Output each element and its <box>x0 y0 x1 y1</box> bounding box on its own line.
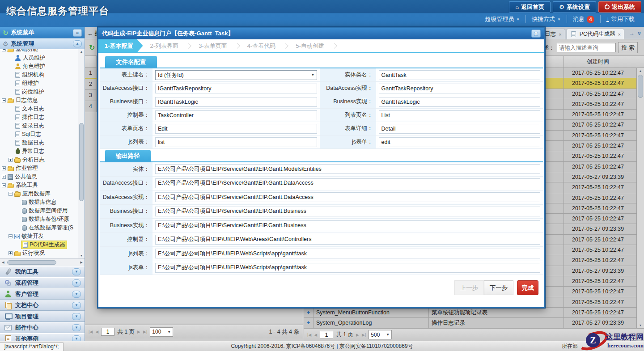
accordion-toggle-button[interactable]: ▼ <box>72 313 81 320</box>
expand-row-icon[interactable]: + <box>304 308 314 317</box>
page-number-input[interactable] <box>320 331 333 339</box>
field-input[interactable] <box>379 137 541 147</box>
close-icon[interactable]: × <box>618 32 621 37</box>
tree-item[interactable]: 角色维护 <box>0 62 78 71</box>
tables-grid-scrollbar[interactable]: ▲ ▼ <box>636 68 644 328</box>
tab-scroll-right-icon[interactable]: → <box>629 30 635 37</box>
accordion-mail[interactable]: 邮件中心▼ <box>0 322 85 333</box>
table-row[interactable]: +System_MenuButtonFunction菜单按钮功能项记录表2017… <box>304 308 636 318</box>
field-input[interactable] <box>379 97 541 107</box>
path-input[interactable] <box>155 178 540 188</box>
user-menu[interactable]: 超级管理员 ▼ <box>479 15 525 23</box>
tree-item[interactable]: 数据库空间使用 <box>0 207 78 215</box>
close-icon[interactable]: × <box>559 32 561 37</box>
dialog-close-button[interactable]: X <box>531 30 541 38</box>
tree-item[interactable]: 岗位维护 <box>0 88 78 96</box>
scroll-left-icon[interactable]: ◀ <box>0 259 6 266</box>
tree-item[interactable]: 敏捷开发 <box>0 232 78 241</box>
tree-item[interactable]: 操作日志 <box>0 113 78 122</box>
collapse-icon[interactable] <box>2 183 6 187</box>
logout-button[interactable]: 退出系统 <box>598 1 641 13</box>
refresh-icon[interactable]: ↻ <box>3 30 8 36</box>
accordion-screen[interactable]: 项目管理▼ <box>0 311 85 322</box>
tree-item[interactable]: 基础功能 <box>0 49 78 54</box>
tree-item[interactable]: Sql日志 <box>0 130 78 139</box>
table-row[interactable]: +System_OperationLog操作日志记录2017-05-27 09:… <box>304 318 636 328</box>
prev-page-icon[interactable]: ◀ <box>314 333 317 337</box>
tree-item[interactable]: 组织机构 <box>0 71 78 79</box>
path-input[interactable] <box>155 249 540 258</box>
tree-item[interactable]: PC代码生成器 <box>0 241 78 249</box>
home-button[interactable]: ⌂ 返回首页 <box>509 1 551 13</box>
tree-item[interactable]: 系统工具 <box>0 181 78 190</box>
page-size-select[interactable]: 500 ▼ <box>369 330 392 339</box>
expand-icon[interactable] <box>2 166 6 170</box>
path-input[interactable] <box>155 164 540 174</box>
field-input[interactable] <box>155 97 317 107</box>
expand-icon[interactable] <box>8 158 13 162</box>
accordion-tool[interactable]: 我的工具▼ <box>0 266 85 277</box>
scroll-up-icon[interactable]: ▲ <box>78 49 85 55</box>
scroll-down-icon[interactable]: ▼ <box>637 322 644 328</box>
collapse-icon[interactable] <box>8 234 13 238</box>
tree-item[interactable]: 组维护 <box>0 79 78 88</box>
field-input[interactable] <box>155 124 317 134</box>
previous-step-button[interactable]: 上一步 <box>454 280 484 295</box>
scroll-down-icon[interactable]: ▼ <box>78 253 85 258</box>
scroll-right-icon[interactable]: ▶ <box>78 259 85 266</box>
step-basic-config[interactable]: 1-基本配置 <box>98 39 143 52</box>
field-input[interactable] <box>379 110 541 120</box>
step-form-page[interactable]: 3-表单页面 <box>191 39 234 52</box>
shortcut-menu[interactable]: 快捷方式 ▼ <box>525 15 567 23</box>
next-step-button[interactable]: 下一步 <box>484 280 513 295</box>
path-input[interactable] <box>155 263 540 273</box>
step-list-ui[interactable]: 2-列表界面 <box>143 39 186 52</box>
accordion-user[interactable]: 客户管理▼ <box>0 288 85 300</box>
tree-item[interactable]: 分析日志 <box>0 156 78 164</box>
scrollbar-thumb[interactable] <box>79 123 84 201</box>
tree-item[interactable]: 日志信息 <box>0 96 78 105</box>
accordion-toggle-button[interactable]: ▼ <box>72 291 81 298</box>
step-view-code[interactable]: 4-查看代码 <box>240 39 283 52</box>
field-input[interactable] <box>379 124 541 134</box>
primary-key-select[interactable]: Id (任务Id)▼ <box>155 70 317 80</box>
expand-icon[interactable] <box>2 175 6 179</box>
first-page-icon[interactable]: |◀ <box>89 330 93 334</box>
expand-icon[interactable] <box>8 251 13 255</box>
collapse-icon[interactable] <box>2 49 6 51</box>
next-page-icon[interactable]: ▶ <box>356 333 359 337</box>
tree-item[interactable]: 登录日志 <box>0 122 78 130</box>
accordion-system-management[interactable]: ⚙ 系统管理 ▲ <box>0 38 85 49</box>
tree-item[interactable]: 人员维护 <box>0 54 78 62</box>
tree-item[interactable]: 数据日志 <box>0 139 78 147</box>
settings-button[interactable]: ⚙ 系统设置 <box>553 1 596 13</box>
downloads-menu[interactable]: ↓ 常用下载 <box>600 15 640 23</box>
search-button[interactable]: 搜 索 <box>618 42 638 53</box>
first-page-icon[interactable]: |◀ <box>307 333 311 337</box>
tree-item[interactable]: 文本日志 <box>0 105 78 113</box>
accordion-toggle-button[interactable]: ▼ <box>72 279 81 287</box>
collapse-icon[interactable] <box>8 192 13 196</box>
step-auto-create[interactable]: 5-自动创建 <box>288 39 331 52</box>
scroll-up-icon[interactable]: ▲ <box>637 68 644 74</box>
tree-item[interactable]: 异常日志 <box>0 147 78 156</box>
tree-item[interactable]: 数据库信息 <box>0 198 78 207</box>
collapse-icon[interactable] <box>2 98 6 102</box>
tree-vertical-scrollbar[interactable]: ▲ ▼ <box>78 49 85 258</box>
accordion-toggle-button[interactable]: ▼ <box>72 302 81 309</box>
accordion-toggle-button[interactable]: ▼ <box>72 268 81 275</box>
prev-page-icon[interactable]: ◀ <box>95 330 98 334</box>
scrollbar-thumb[interactable] <box>7 260 56 265</box>
refresh-icon[interactable]: ↻ <box>89 43 95 52</box>
tab-list-icon[interactable]: » <box>636 32 643 35</box>
tab-pc-code-generator[interactable]: PC代码生成器 × <box>567 29 624 39</box>
accordion-toggle-button[interactable]: ▼ <box>72 324 81 331</box>
last-page-icon[interactable]: ▶| <box>362 333 366 337</box>
tree-item[interactable]: 在线数据库管理(S <box>0 224 78 232</box>
field-input[interactable] <box>155 137 317 147</box>
path-input[interactable] <box>155 220 540 230</box>
page-size-select[interactable]: 100 ▼ <box>150 327 173 337</box>
next-page-icon[interactable]: ▶ <box>137 330 140 334</box>
tree-item[interactable]: 运行状况 <box>0 249 78 258</box>
last-page-icon[interactable]: ▶| <box>143 330 147 334</box>
